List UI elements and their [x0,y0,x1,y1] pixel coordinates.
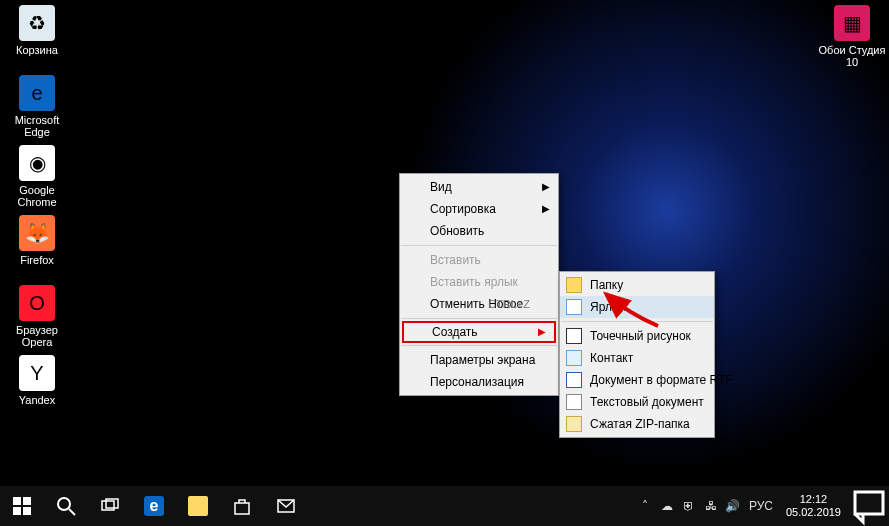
folder-icon [566,277,582,293]
svg-point-4 [58,498,70,510]
desktop-icon-label: Yandex [1,394,73,406]
taskbar-store[interactable] [220,486,264,526]
svg-rect-2 [13,507,21,515]
taskbar: e ˄ ☁ ⛨ 🖧 🔊 РУС 12:12 05.02.2019 [0,486,889,526]
recycle-bin-icon: ♻ [19,5,55,41]
system-tray: ˄ ☁ ⛨ 🖧 🔊 РУС 12:12 05.02.2019 [634,486,889,526]
context-menu-item[interactable]: Сортировка▶ [400,198,558,220]
menu-item-shortcut: CTRL+Z [488,293,530,315]
tray-volume-icon[interactable]: 🔊 [722,486,744,526]
desktop-icon-wall-studio[interactable]: ▦Обои Студия 10 [816,5,888,68]
zip-icon [566,416,582,432]
menu-item-label: Контакт [590,351,633,365]
menu-item-label: Ярлык [590,300,626,314]
desktop-icon-label: Корзина [1,44,73,56]
submenu-item[interactable]: Точечный рисунок [560,325,714,347]
taskbar-explorer[interactable] [176,486,220,526]
desktop-icon-label: Браузер Opera [1,324,73,348]
context-menu-item[interactable]: Обновить [400,220,558,242]
context-menu-item: Вставить ярлык [400,271,558,293]
svg-rect-3 [23,507,31,515]
txt-icon [566,394,582,410]
yandex-icon: Y [19,355,55,391]
menu-item-label: Папку [590,278,623,292]
action-center-button[interactable] [849,486,889,526]
submenu-arrow-icon: ▶ [542,176,550,198]
desktop-icon-yandex[interactable]: YYandex [1,355,73,406]
personalize-icon [406,374,422,390]
desktop-icon-opera[interactable]: OБраузер Opera [1,285,73,348]
tray-defender-icon[interactable]: ⛨ [678,486,700,526]
menu-item-label: Текстовый документ [590,395,704,409]
display-icon [406,352,422,368]
taskbar-edge[interactable]: e [132,486,176,526]
tray-language-label: РУС [749,499,773,513]
menu-separator [401,345,557,346]
submenu-item[interactable]: Ярлык [560,296,714,318]
tray-onedrive-icon[interactable]: ☁ [656,486,678,526]
submenu-arrow-icon: ▶ [542,198,550,220]
wall-studio-icon: ▦ [834,5,870,41]
menu-item-label: Точечный рисунок [590,329,691,343]
menu-item-label: Обновить [430,224,484,238]
menu-item-label: Параметры экрана [430,353,535,367]
desktop-context-menu: Вид▶Сортировка▶ОбновитьВставитьВставить … [399,173,559,396]
submenu-item[interactable]: Контакт [560,347,714,369]
context-menu-item[interactable]: Создать▶ [402,321,556,343]
tray-network-icon[interactable]: 🖧 [700,486,722,526]
start-button[interactable] [0,486,44,526]
desktop-icon-label: Microsoft Edge [1,114,73,138]
link-icon [566,299,582,315]
context-menu-item[interactable]: Персонализация [400,371,558,393]
context-submenu-new: ПапкуЯрлыкТочечный рисунокКонтактДокумен… [559,271,715,438]
opera-icon: O [19,285,55,321]
firefox-icon: 🦊 [19,215,55,251]
menu-separator [401,318,557,319]
tray-clock[interactable]: 12:12 05.02.2019 [778,493,849,519]
desktop-icon-label: Обои Студия 10 [816,44,888,68]
desktop-icon-edge[interactable]: eMicrosoft Edge [1,75,73,138]
menu-item-label: Документ в формате RTF [590,373,733,387]
context-menu-item[interactable]: Параметры экрана [400,349,558,371]
taskview-button[interactable] [88,486,132,526]
context-menu-item[interactable]: Вид▶ [400,176,558,198]
submenu-arrow-icon: ▶ [538,323,546,341]
edge-icon: e [19,75,55,111]
svg-rect-1 [23,497,31,505]
taskbar-mail[interactable] [264,486,308,526]
clock-date: 05.02.2019 [786,506,841,519]
submenu-item[interactable]: Документ в формате RTF [560,369,714,391]
submenu-item[interactable]: Папку [560,274,714,296]
submenu-item[interactable]: Текстовый документ [560,391,714,413]
svg-rect-9 [855,492,883,514]
desktop-icon-label: Google Chrome [1,184,73,208]
desktop-icon-label: Firefox [1,254,73,266]
svg-rect-0 [13,497,21,505]
svg-line-5 [69,509,75,515]
menu-separator [401,245,557,246]
menu-item-label: Персонализация [430,375,524,389]
context-menu-item[interactable]: Отменить НовоеCTRL+Z [400,293,558,315]
desktop-icon-firefox[interactable]: 🦊Firefox [1,215,73,266]
contact-icon [566,350,582,366]
menu-separator [561,321,713,322]
chrome-icon: ◉ [19,145,55,181]
search-button[interactable] [44,486,88,526]
tray-chevron-icon[interactable]: ˄ [634,486,656,526]
menu-item-label: Сжатая ZIP-папка [590,417,690,431]
bmp-icon [566,328,582,344]
desktop-icon-chrome[interactable]: ◉Google Chrome [1,145,73,208]
menu-item-label: Вставить ярлык [430,275,518,289]
tray-language[interactable]: РУС [744,486,778,526]
desktop-icon-recycle-bin[interactable]: ♻Корзина [1,5,73,56]
context-menu-item: Вставить [400,249,558,271]
submenu-item[interactable]: Сжатая ZIP-папка [560,413,714,435]
menu-item-label: Вид [430,180,452,194]
clock-time: 12:12 [786,493,841,506]
rtf-icon [566,372,582,388]
menu-item-label: Сортировка [430,202,496,216]
menu-item-label: Вставить [430,253,481,267]
menu-item-label: Создать [432,325,478,339]
